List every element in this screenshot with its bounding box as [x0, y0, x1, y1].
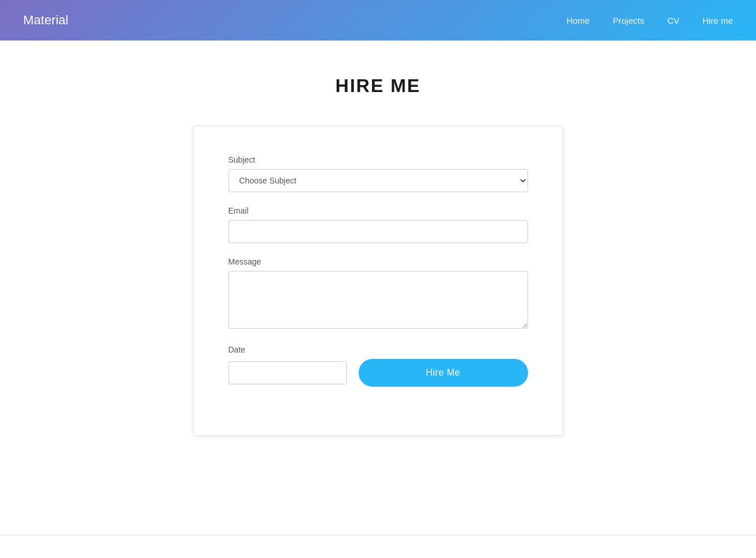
hire-form-card: Subject Choose Subject Freelance Project… [193, 126, 563, 436]
subject-label: Subject [228, 155, 528, 164]
bottom-row: Hire Me [228, 359, 528, 387]
nav-link-cv[interactable]: CV [668, 16, 680, 25]
footer [0, 535, 756, 558]
date-submit-group: Date Hire Me [228, 345, 528, 387]
email-group: Email [228, 206, 528, 243]
navbar: Material Home Projects CV Hire me [0, 0, 756, 41]
email-label: Email [228, 206, 528, 215]
hire-me-button[interactable]: Hire Me [359, 359, 528, 387]
main-content: HIRE ME Subject Choose Subject Freelance… [0, 41, 756, 535]
navbar-links: Home Projects CV Hire me [566, 16, 733, 25]
nav-link-hireme[interactable]: Hire me [702, 16, 733, 25]
message-group: Message [228, 257, 528, 331]
subject-group: Subject Choose Subject Freelance Project… [228, 155, 528, 192]
message-label: Message [228, 257, 528, 266]
date-label: Date [228, 345, 528, 354]
message-textarea[interactable] [228, 271, 528, 329]
date-input[interactable] [228, 361, 347, 384]
page-title: HIRE ME [335, 75, 421, 97]
nav-link-home[interactable]: Home [566, 16, 589, 25]
subject-select[interactable]: Choose Subject Freelance Project Full-ti… [228, 169, 528, 192]
email-input[interactable] [228, 220, 528, 243]
navbar-brand[interactable]: Material [23, 13, 68, 28]
nav-link-projects[interactable]: Projects [613, 16, 644, 25]
